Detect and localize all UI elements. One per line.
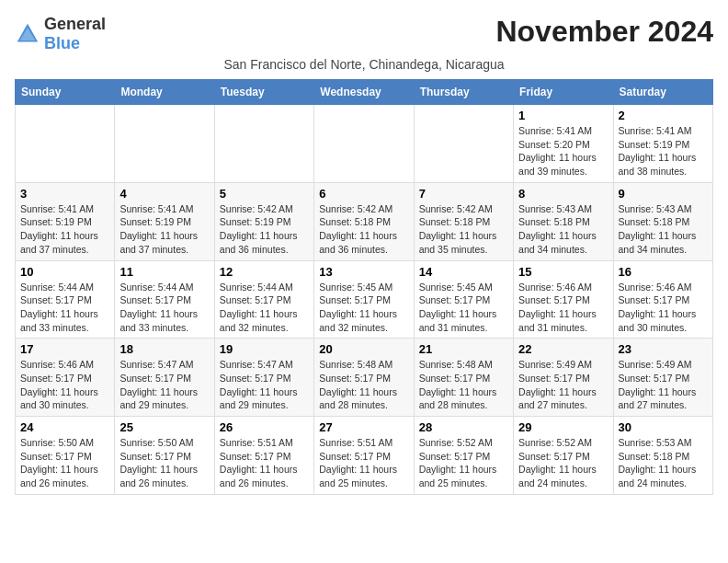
day-header-monday: Monday xyxy=(115,80,214,105)
day-info: Sunrise: 5:42 AM Sunset: 5:18 PM Dayligh… xyxy=(419,202,508,257)
header: General Blue November 2024 xyxy=(15,15,713,53)
day-number: 30 xyxy=(619,420,708,434)
day-number: 6 xyxy=(319,187,408,201)
day-number: 2 xyxy=(619,109,708,122)
calendar-cell: 30Sunrise: 5:53 AM Sunset: 5:18 PM Dayli… xyxy=(613,417,712,495)
calendar-cell: 10Sunrise: 5:44 AM Sunset: 5:17 PM Dayli… xyxy=(16,260,115,339)
calendar-cell: 18Sunrise: 5:47 AM Sunset: 5:17 PM Dayli… xyxy=(115,339,214,417)
calendar-cell: 29Sunrise: 5:52 AM Sunset: 5:17 PM Dayli… xyxy=(514,417,613,495)
week-row-3: 17Sunrise: 5:46 AM Sunset: 5:17 PM Dayli… xyxy=(16,339,713,417)
calendar-cell: 13Sunrise: 5:45 AM Sunset: 5:17 PM Dayli… xyxy=(314,260,414,339)
day-header-wednesday: Wednesday xyxy=(314,80,414,105)
day-info: Sunrise: 5:46 AM Sunset: 5:17 PM Dayligh… xyxy=(20,358,109,412)
day-info: Sunrise: 5:46 AM Sunset: 5:17 PM Dayligh… xyxy=(619,281,708,335)
day-number: 8 xyxy=(518,187,608,201)
calendar-cell: 19Sunrise: 5:47 AM Sunset: 5:17 PM Dayli… xyxy=(214,339,313,417)
logo-text-blue: Blue xyxy=(44,34,80,52)
day-info: Sunrise: 5:48 AM Sunset: 5:17 PM Dayligh… xyxy=(419,358,508,412)
calendar-cell: 12Sunrise: 5:44 AM Sunset: 5:17 PM Dayli… xyxy=(214,260,313,339)
day-number: 19 xyxy=(220,342,309,356)
day-info: Sunrise: 5:52 AM Sunset: 5:17 PM Dayligh… xyxy=(419,436,508,490)
day-info: Sunrise: 5:41 AM Sunset: 5:20 PM Dayligh… xyxy=(518,124,608,178)
calendar-cell: 27Sunrise: 5:51 AM Sunset: 5:17 PM Dayli… xyxy=(314,417,414,495)
day-number: 21 xyxy=(419,342,508,356)
calendar-cell: 8Sunrise: 5:43 AM Sunset: 5:18 PM Daylig… xyxy=(514,182,613,260)
day-info: Sunrise: 5:43 AM Sunset: 5:18 PM Dayligh… xyxy=(619,202,708,257)
day-info: Sunrise: 5:45 AM Sunset: 5:17 PM Dayligh… xyxy=(419,281,508,335)
calendar-cell: 20Sunrise: 5:48 AM Sunset: 5:17 PM Dayli… xyxy=(314,339,414,417)
calendar-cell: 16Sunrise: 5:46 AM Sunset: 5:17 PM Dayli… xyxy=(613,260,712,339)
calendar-cell xyxy=(414,105,513,183)
calendar-cell: 22Sunrise: 5:49 AM Sunset: 5:17 PM Dayli… xyxy=(514,339,613,417)
month-title: November 2024 xyxy=(495,15,713,49)
day-info: Sunrise: 5:44 AM Sunset: 5:17 PM Dayligh… xyxy=(20,281,109,335)
day-number: 18 xyxy=(119,342,209,356)
day-info: Sunrise: 5:49 AM Sunset: 5:17 PM Dayligh… xyxy=(518,358,608,412)
calendar-cell: 28Sunrise: 5:52 AM Sunset: 5:17 PM Dayli… xyxy=(414,417,513,495)
week-row-0: 1Sunrise: 5:41 AM Sunset: 5:20 PM Daylig… xyxy=(16,105,713,183)
logo-text-general: General xyxy=(44,15,106,33)
week-row-2: 10Sunrise: 5:44 AM Sunset: 5:17 PM Dayli… xyxy=(16,260,713,339)
calendar-cell xyxy=(16,105,115,183)
day-info: Sunrise: 5:50 AM Sunset: 5:17 PM Dayligh… xyxy=(119,436,209,490)
calendar-cell: 3Sunrise: 5:41 AM Sunset: 5:19 PM Daylig… xyxy=(16,182,115,260)
calendar-cell: 1Sunrise: 5:41 AM Sunset: 5:20 PM Daylig… xyxy=(514,105,613,183)
day-header-sunday: Sunday xyxy=(16,80,115,105)
day-info: Sunrise: 5:52 AM Sunset: 5:17 PM Dayligh… xyxy=(518,436,608,490)
calendar-cell: 6Sunrise: 5:42 AM Sunset: 5:18 PM Daylig… xyxy=(314,182,414,260)
calendar-table: SundayMondayTuesdayWednesdayThursdayFrid… xyxy=(15,79,713,495)
day-number: 3 xyxy=(20,187,109,201)
calendar-cell: 4Sunrise: 5:41 AM Sunset: 5:19 PM Daylig… xyxy=(115,182,214,260)
day-info: Sunrise: 5:48 AM Sunset: 5:17 PM Dayligh… xyxy=(319,358,408,412)
day-header-thursday: Thursday xyxy=(414,80,513,105)
day-info: Sunrise: 5:46 AM Sunset: 5:17 PM Dayligh… xyxy=(518,281,608,335)
calendar-cell: 9Sunrise: 5:43 AM Sunset: 5:18 PM Daylig… xyxy=(613,182,712,260)
day-number: 16 xyxy=(619,265,708,279)
logo-icon xyxy=(15,21,40,47)
day-header-saturday: Saturday xyxy=(613,80,712,105)
day-info: Sunrise: 5:45 AM Sunset: 5:17 PM Dayligh… xyxy=(319,281,408,335)
day-info: Sunrise: 5:47 AM Sunset: 5:17 PM Dayligh… xyxy=(119,358,209,412)
calendar-cell: 11Sunrise: 5:44 AM Sunset: 5:17 PM Dayli… xyxy=(115,260,214,339)
calendar-cell: 14Sunrise: 5:45 AM Sunset: 5:17 PM Dayli… xyxy=(414,260,513,339)
day-info: Sunrise: 5:49 AM Sunset: 5:17 PM Dayligh… xyxy=(619,358,708,412)
day-info: Sunrise: 5:53 AM Sunset: 5:18 PM Dayligh… xyxy=(619,436,708,490)
calendar-cell: 21Sunrise: 5:48 AM Sunset: 5:17 PM Dayli… xyxy=(414,339,513,417)
day-number: 29 xyxy=(518,420,608,434)
day-number: 10 xyxy=(20,265,109,279)
calendar-cell xyxy=(214,105,313,183)
calendar-body: 1Sunrise: 5:41 AM Sunset: 5:20 PM Daylig… xyxy=(16,105,713,495)
day-number: 9 xyxy=(619,187,708,201)
day-header-friday: Friday xyxy=(514,80,613,105)
day-number: 15 xyxy=(518,265,608,279)
day-header-tuesday: Tuesday xyxy=(214,80,313,105)
day-number: 23 xyxy=(619,342,708,356)
calendar-cell: 24Sunrise: 5:50 AM Sunset: 5:17 PM Dayli… xyxy=(16,417,115,495)
subtitle: San Francisco del Norte, Chinandega, Nic… xyxy=(15,57,713,72)
day-info: Sunrise: 5:47 AM Sunset: 5:17 PM Dayligh… xyxy=(220,358,309,412)
day-number: 24 xyxy=(20,420,109,434)
day-number: 22 xyxy=(518,342,608,356)
calendar-cell: 7Sunrise: 5:42 AM Sunset: 5:18 PM Daylig… xyxy=(414,182,513,260)
day-number: 17 xyxy=(20,342,109,356)
day-number: 28 xyxy=(419,420,508,434)
day-number: 7 xyxy=(419,187,508,201)
logo: General Blue xyxy=(15,15,106,53)
calendar-header-row: SundayMondayTuesdayWednesdayThursdayFrid… xyxy=(16,80,713,105)
calendar-cell: 15Sunrise: 5:46 AM Sunset: 5:17 PM Dayli… xyxy=(514,260,613,339)
day-number: 13 xyxy=(319,265,408,279)
calendar-cell: 5Sunrise: 5:42 AM Sunset: 5:19 PM Daylig… xyxy=(214,182,313,260)
week-row-4: 24Sunrise: 5:50 AM Sunset: 5:17 PM Dayli… xyxy=(16,417,713,495)
day-info: Sunrise: 5:44 AM Sunset: 5:17 PM Dayligh… xyxy=(119,281,209,335)
title-area: November 2024 xyxy=(495,15,713,49)
day-info: Sunrise: 5:51 AM Sunset: 5:17 PM Dayligh… xyxy=(319,436,408,490)
day-info: Sunrise: 5:42 AM Sunset: 5:19 PM Dayligh… xyxy=(220,202,309,257)
calendar-cell: 25Sunrise: 5:50 AM Sunset: 5:17 PM Dayli… xyxy=(115,417,214,495)
day-number: 25 xyxy=(119,420,209,434)
day-number: 14 xyxy=(419,265,508,279)
calendar-cell xyxy=(314,105,414,183)
calendar-cell: 2Sunrise: 5:41 AM Sunset: 5:19 PM Daylig… xyxy=(613,105,712,183)
day-number: 26 xyxy=(220,420,309,434)
day-number: 11 xyxy=(119,265,209,279)
calendar-cell xyxy=(115,105,214,183)
